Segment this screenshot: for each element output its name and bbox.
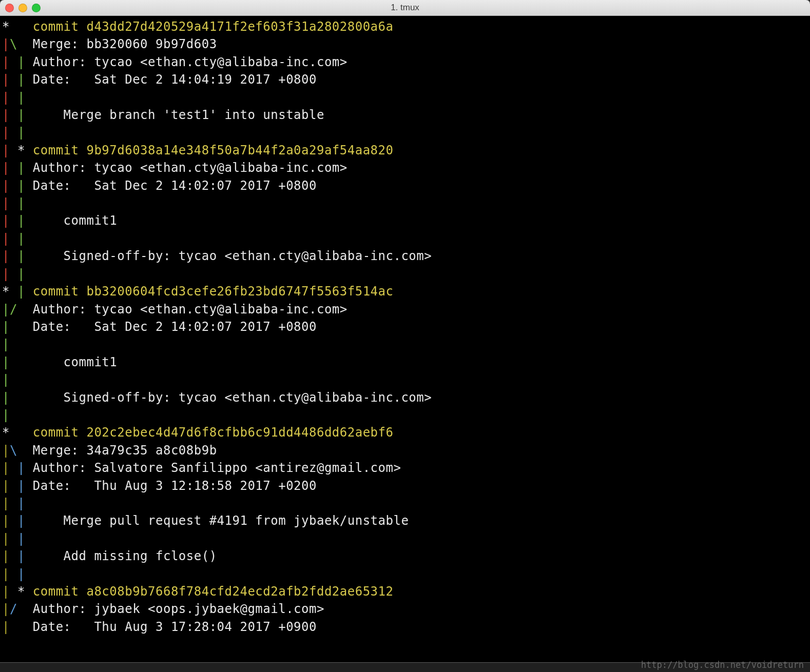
graph-column: |/ bbox=[2, 600, 33, 618]
graph-char: | bbox=[2, 530, 10, 547]
graph-column: | | bbox=[2, 459, 33, 477]
graph-column: | | bbox=[2, 547, 33, 565]
log-segment: commit d43dd27d420529a4171f2ef603f31a280… bbox=[33, 19, 394, 34]
graph-char: | bbox=[2, 247, 10, 265]
graph-char bbox=[10, 547, 17, 565]
graph-char: | bbox=[2, 547, 10, 565]
graph-char: | bbox=[2, 142, 10, 159]
graph-char bbox=[10, 583, 17, 600]
close-icon[interactable] bbox=[5, 4, 14, 12]
graph-column: | * bbox=[2, 142, 33, 159]
log-line: * commit d43dd27d420529a4171f2ef603f31a2… bbox=[2, 18, 808, 35]
graph-char bbox=[10, 406, 33, 424]
log-segment: Author: Salvatore Sanfilippo <antirez@gm… bbox=[33, 461, 401, 475]
log-line: | | Merge branch 'test1' into unstable bbox=[2, 106, 808, 124]
log-text: Author: Salvatore Sanfilippo <antirez@gm… bbox=[33, 459, 401, 477]
graph-char: | bbox=[2, 230, 10, 247]
log-line: | Date: Sat Dec 2 14:02:07 2017 +0800 bbox=[2, 318, 808, 335]
graph-char bbox=[25, 283, 33, 300]
graph-column: | | bbox=[2, 230, 33, 247]
log-text: Date: Thu Aug 3 17:28:04 2017 +0900 bbox=[33, 618, 317, 636]
log-text: Signed-off-by: tycao <ethan.cty@alibaba-… bbox=[33, 389, 432, 406]
log-line: | | bbox=[2, 265, 808, 283]
graph-char: | bbox=[2, 618, 10, 636]
log-text: Date: Sat Dec 2 14:02:07 2017 +0800 bbox=[33, 177, 317, 194]
graph-char bbox=[10, 353, 33, 371]
log-line: | | Author: tycao <ethan.cty@alibaba-inc… bbox=[2, 53, 808, 71]
log-segment: Author: tycao <ethan.cty@alibaba-inc.com… bbox=[33, 302, 348, 317]
graph-char: | bbox=[2, 459, 10, 477]
graph-char bbox=[25, 477, 33, 495]
log-text: commit bb3200604fcd3cefe26fb23bd6747f556… bbox=[33, 283, 394, 300]
log-line: | | Author: tycao <ethan.cty@alibaba-inc… bbox=[2, 159, 808, 176]
graph-column: * bbox=[2, 18, 33, 35]
log-segment: Merge: bb320060 9b97d603 bbox=[33, 37, 217, 51]
log-line: | | Add missing fclose() bbox=[2, 547, 808, 565]
log-segment: Date: Sat Dec 2 14:02:07 2017 +0800 bbox=[33, 179, 317, 193]
log-segment: commit 202c2ebec4d47d6f8cfbb6c91dd4486dd… bbox=[33, 425, 394, 440]
log-line: | | Date: Sat Dec 2 14:04:19 2017 +0800 bbox=[2, 71, 808, 88]
log-segment: Author: tycao <ethan.cty@alibaba-inc.com… bbox=[33, 55, 348, 69]
graph-column: | bbox=[2, 618, 33, 636]
graph-char bbox=[25, 124, 33, 141]
log-text: commit a8c08b9b7668f784cfd24ecd2afb2fdd2… bbox=[33, 583, 394, 600]
graph-column: | | bbox=[2, 265, 33, 283]
graph-char: | bbox=[17, 512, 25, 529]
graph-column: | | bbox=[2, 565, 33, 583]
log-segment: Add missing fclose() bbox=[33, 549, 217, 563]
graph-char bbox=[10, 247, 17, 265]
graph-char bbox=[10, 71, 17, 88]
graph-char bbox=[10, 512, 17, 529]
graph-char: | bbox=[2, 177, 10, 194]
graph-char bbox=[25, 177, 33, 194]
graph-char bbox=[25, 71, 33, 88]
log-text: Author: tycao <ethan.cty@alibaba-inc.com… bbox=[33, 53, 348, 71]
graph-char: * bbox=[2, 18, 10, 35]
log-line: | | bbox=[2, 124, 808, 141]
graph-column: | | bbox=[2, 477, 33, 495]
graph-char bbox=[10, 495, 17, 512]
graph-char: | bbox=[2, 583, 10, 600]
window-title: 1. tmux bbox=[0, 3, 810, 13]
graph-char bbox=[10, 177, 17, 194]
graph-char: / bbox=[10, 301, 17, 318]
graph-column: * | bbox=[2, 283, 33, 300]
graph-char bbox=[10, 318, 33, 335]
log-line: | bbox=[2, 406, 808, 424]
graph-char: | bbox=[17, 106, 25, 124]
log-text: Signed-off-by: tycao <ethan.cty@alibaba-… bbox=[33, 247, 432, 265]
log-segment: Merge pull request #4191 from jybaek/uns… bbox=[33, 513, 409, 528]
graph-char: | bbox=[17, 265, 25, 283]
log-line: | | bbox=[2, 89, 808, 106]
graph-column: | bbox=[2, 335, 33, 353]
graph-column: | | bbox=[2, 495, 33, 512]
graph-char bbox=[25, 89, 33, 106]
graph-char bbox=[10, 142, 17, 159]
minimize-icon[interactable] bbox=[18, 4, 27, 12]
log-segment: Date: Thu Aug 3 12:18:58 2017 +0200 bbox=[33, 479, 317, 493]
graph-char bbox=[17, 301, 33, 318]
graph-char: | bbox=[17, 212, 25, 229]
graph-char bbox=[10, 477, 17, 495]
log-segment: Author: jybaek <oops.jybaek@gmail.com> bbox=[33, 602, 324, 616]
log-line: | | bbox=[2, 194, 808, 212]
terminal-body[interactable]: * commit d43dd27d420529a4171f2ef603f31a2… bbox=[0, 16, 810, 636]
graph-char bbox=[10, 230, 17, 247]
graph-column: | | bbox=[2, 530, 33, 547]
graph-column: | bbox=[2, 318, 33, 335]
graph-column: | bbox=[2, 371, 33, 388]
log-line: | Signed-off-by: tycao <ethan.cty@alibab… bbox=[2, 389, 808, 406]
graph-column: |/ bbox=[2, 301, 33, 318]
graph-char bbox=[10, 335, 33, 353]
graph-char bbox=[10, 89, 17, 106]
graph-char bbox=[17, 35, 33, 53]
log-segment: commit1 bbox=[33, 213, 117, 228]
log-line: | | Date: Sat Dec 2 14:02:07 2017 +0800 bbox=[2, 177, 808, 194]
graph-char bbox=[10, 212, 17, 229]
log-segment: Author: tycao <ethan.cty@alibaba-inc.com… bbox=[33, 161, 348, 175]
graph-char: | bbox=[2, 353, 10, 371]
graph-char bbox=[25, 583, 33, 600]
titlebar[interactable]: 1. tmux bbox=[0, 0, 810, 16]
graph-char bbox=[17, 600, 33, 618]
zoom-icon[interactable] bbox=[32, 4, 41, 12]
